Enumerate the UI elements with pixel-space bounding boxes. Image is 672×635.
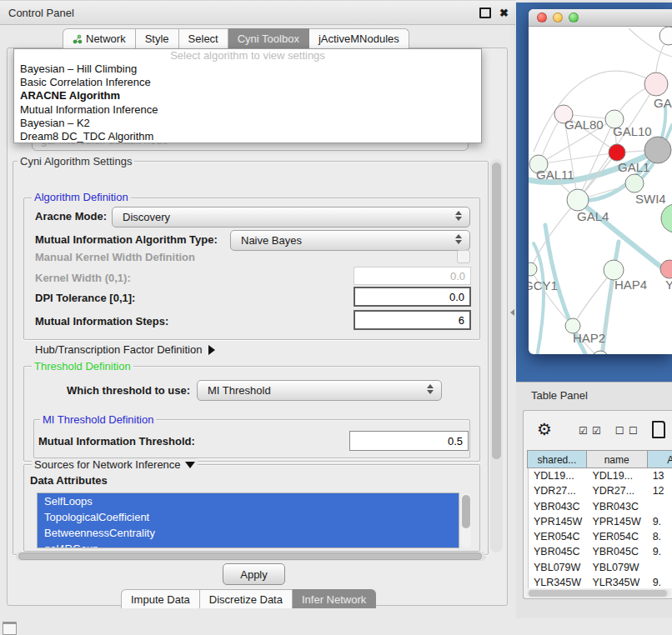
- attribute-item-gal4rgexp[interactable]: gal4RGexp: [38, 541, 459, 548]
- deselect-all-icon[interactable]: [615, 422, 639, 438]
- aracne-mode-combobox[interactable]: Discovery: [112, 207, 470, 228]
- network-node-gal[interactable]: [644, 72, 668, 96]
- tab-cyni-toolbox[interactable]: Cyni Toolbox: [228, 28, 309, 48]
- settings-horizontal-scrollbar[interactable]: [16, 552, 486, 561]
- column-header-name[interactable]: name: [586, 450, 648, 468]
- sources-group-title[interactable]: Sources for Network Inference: [32, 458, 198, 471]
- window-close-button[interactable]: [537, 12, 547, 22]
- tab-network[interactable]: Network: [63, 28, 136, 48]
- apply-button[interactable]: Apply: [223, 563, 285, 585]
- tab-style[interactable]: Style: [136, 28, 179, 48]
- screen: Control Panel ✖ NetworkStyleSelectCyni T…: [0, 0, 672, 635]
- tab-jactivemnodules[interactable]: jActiveMNodules: [309, 28, 409, 48]
- manual-kernel-checkbox[interactable]: [457, 250, 470, 263]
- table-row[interactable]: YLR345WYLR345W9.: [529, 575, 672, 588]
- select-all-icon[interactable]: [579, 422, 602, 438]
- tab-label: Style: [145, 32, 169, 45]
- window-zoom-button[interactable]: [569, 12, 579, 22]
- hub-definition-label: Hub/Transcription Factor Definition: [35, 343, 202, 356]
- minimized-panel-icon[interactable]: [3, 622, 17, 635]
- network-view-window: GALGAL80GAL10GAL1GAL11SWI4GAL4GCY1HAP4YH…: [529, 9, 672, 354]
- table-panel: Table Panel shared...nameA YDL19...YDL19…: [516, 382, 672, 618]
- algorithm-option-bayesian-k2[interactable]: Bayesian – K2: [14, 117, 481, 130]
- network-node-label: HAP2: [573, 331, 605, 345]
- tab-infer-network[interactable]: Infer Network: [293, 589, 376, 608]
- tab-label: Cyni Toolbox: [238, 32, 299, 45]
- table-row[interactable]: YBL079WYBL079W: [529, 560, 672, 575]
- attributes-scrollbar[interactable]: [461, 493, 471, 548]
- mi-threshold-field[interactable]: 0.5: [349, 431, 469, 451]
- aracne-mode-value: Discovery: [123, 211, 170, 223]
- tab-impute-data[interactable]: Impute Data: [121, 589, 200, 608]
- table-row[interactable]: YBR045CYBR045C9.: [529, 544, 672, 559]
- network-node[interactable]: [661, 204, 672, 232]
- network-node-gal1[interactable]: [609, 144, 625, 161]
- network-node-gal4[interactable]: [567, 189, 589, 211]
- mi-algorithm-type-value: Naive Bayes: [241, 234, 302, 247]
- network-node[interactable]: [592, 351, 609, 354]
- attribute-item-selfloops[interactable]: SelfLoops: [38, 493, 459, 509]
- table-row[interactable]: YER054CYER054C8.: [529, 529, 672, 544]
- network-node-gcy1[interactable]: [529, 262, 537, 276]
- apply-button-label: Apply: [240, 568, 268, 581]
- network-edge[interactable]: [530, 200, 578, 269]
- network-node-label: GAL4: [577, 209, 609, 223]
- algorithm-option-basic-correlation-inference[interactable]: Basic Correlation Inference: [14, 76, 481, 89]
- column-header-shared-[interactable]: shared...: [527, 450, 587, 468]
- algorithm-option-aracne-algorithm[interactable]: ARACNE Algorithm: [14, 89, 481, 102]
- table-row[interactable]: YPR145WYPR145W9.: [529, 514, 672, 529]
- tab-discretize-data[interactable]: Discretize Data: [200, 589, 293, 608]
- mi-threshold-value: 0.5: [448, 435, 463, 448]
- network-node-swi4[interactable]: [625, 174, 644, 192]
- attribute-item-topologicalcoefficient[interactable]: TopologicalCoefficient: [38, 509, 459, 525]
- table-cell: YDL19...: [587, 468, 647, 483]
- network-node-label: GAL11: [536, 168, 574, 182]
- algorithm-option-mutual-information-inference[interactable]: Mutual Information Inference: [14, 103, 481, 117]
- table-row[interactable]: YDL19...YDL19...13: [529, 468, 672, 483]
- mi-steps-field[interactable]: 6: [354, 310, 471, 330]
- float-panel-icon[interactable]: [479, 8, 491, 18]
- network-canvas[interactable]: GALGAL80GAL10GAL1GAL11SWI4GAL4GCY1HAP4YH…: [529, 27, 672, 354]
- panel-divider-collapse-icon[interactable]: [510, 309, 514, 316]
- kernel-width-value: 0.0: [450, 270, 465, 282]
- algorithm-popup-list: Bayesian – Hill ClimbingBasic Correlatio…: [14, 62, 481, 143]
- window-minimize-button[interactable]: [553, 12, 563, 22]
- network-node[interactable]: [644, 137, 671, 163]
- network-node-y[interactable]: [660, 260, 672, 278]
- kernel-width-field[interactable]: 0.0: [354, 267, 471, 285]
- algorithm-option-dream8-dc-tdc-algorithm[interactable]: Dream8 DC_TDC Algorithm: [14, 130, 481, 143]
- column-header-a[interactable]: A: [647, 450, 672, 468]
- table-row[interactable]: YBR043CYBR043C: [529, 499, 672, 514]
- table-horizontal-scrollbar[interactable]: [527, 589, 670, 598]
- algorithm-option-bayesian-hill-climbing[interactable]: Bayesian – Hill Climbing: [14, 62, 481, 76]
- data-attributes-list[interactable]: SelfLoopsTopologicalCoefficientBetweenne…: [37, 492, 459, 548]
- network-edge[interactable]: [578, 84, 656, 200]
- dpi-tolerance-field[interactable]: 0.0: [354, 287, 471, 307]
- network-edge[interactable]: [534, 71, 654, 152]
- settings-vertical-scrollbar[interactable]: [490, 159, 503, 552]
- manual-kernel-label: Manual Kernel Width Definition: [35, 251, 195, 263]
- gear-icon[interactable]: [537, 421, 552, 438]
- attribute-item-betweennesscentrality[interactable]: BetweennessCentrality: [38, 525, 459, 541]
- control-panel-tabs: NetworkStyleSelectCyni ToolboxjActiveMNo…: [63, 28, 409, 48]
- network-node[interactable]: [659, 27, 672, 45]
- document-icon[interactable]: [652, 421, 665, 438]
- which-threshold-combobox[interactable]: MI Threshold: [197, 380, 442, 401]
- control-panel: Control Panel ✖ NetworkStyleSelectCyni T…: [0, 0, 515, 611]
- aracne-mode-label: Aracne Mode:: [35, 210, 107, 222]
- mi-steps-label: Mutual Information Steps:: [35, 315, 168, 328]
- table-row[interactable]: YDR27...YDR27...12: [529, 483, 672, 498]
- mi-algorithm-type-combobox[interactable]: Naive Bayes: [230, 230, 470, 251]
- table-cell: [648, 499, 672, 514]
- control-panel-title: Control Panel: [0, 7, 74, 19]
- table-cell: 9.: [648, 514, 672, 529]
- algorithm-dropdown-popup: Select algorithm to view settings Bayesi…: [13, 48, 482, 143]
- tab-select[interactable]: Select: [179, 28, 228, 48]
- hub-definition-toggle[interactable]: Hub/Transcription Factor Definition: [35, 343, 215, 356]
- which-threshold-label: Which threshold to use:: [67, 384, 190, 397]
- table-cell: YBR045C: [529, 544, 587, 559]
- table-cell: YBR045C: [587, 544, 647, 559]
- table-cell: 8.: [648, 529, 672, 544]
- tab-label: Discretize Data: [209, 593, 283, 606]
- close-panel-icon[interactable]: ✖: [499, 8, 509, 18]
